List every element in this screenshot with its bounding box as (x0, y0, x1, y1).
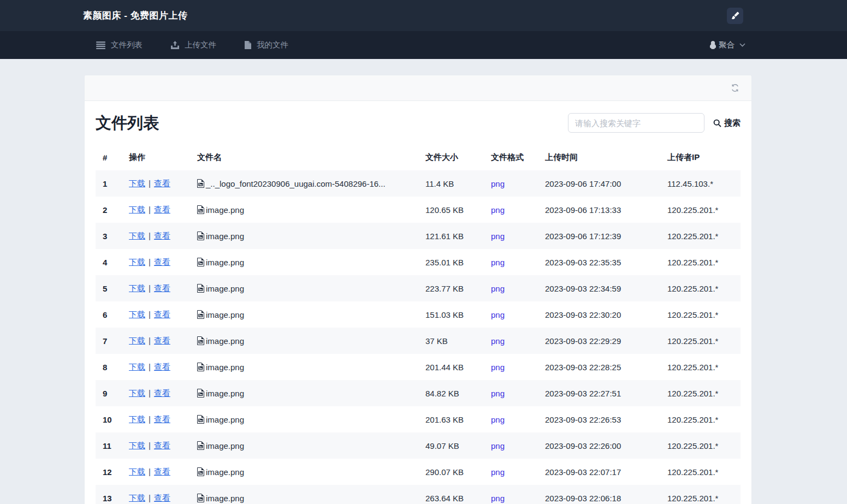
table-row: 10 下载|查看 image.png 201.63 KB png (96, 406, 741, 432)
download-link[interactable]: 下载 (129, 257, 145, 266)
view-link[interactable]: 查看 (154, 179, 170, 188)
table-row: 13 下载|查看 image.png 263.64 KB png (96, 485, 741, 504)
refresh-button[interactable] (731, 84, 739, 92)
upload-time-cell: 2023-09-03 22:34:59 (545, 275, 667, 301)
view-link[interactable]: 查看 (154, 441, 170, 450)
uploader-ip-cell: 120.225.201.* (667, 197, 741, 223)
filesize-cell: 120.65 KB (425, 197, 491, 223)
nav-tab-my-files[interactable]: 我的文件 (245, 40, 288, 50)
download-link[interactable]: 下载 (129, 179, 145, 188)
view-link[interactable]: 查看 (154, 283, 170, 293)
format-link[interactable]: png (491, 441, 505, 450)
action-separator: | (149, 441, 151, 450)
format-link[interactable]: png (491, 179, 505, 188)
row-index: 9 (96, 380, 129, 406)
table-row: 2 下载|查看 image.png 120.65 KB png (96, 197, 741, 223)
table-row: 3 下载|查看 image.png 121.61 KB png (96, 223, 741, 249)
format-link[interactable]: png (491, 310, 505, 319)
filename-cell: image.png (197, 223, 425, 249)
format-cell: png (491, 432, 545, 459)
view-link[interactable]: 查看 (154, 231, 170, 240)
table-row: 4 下载|查看 image.png 235.01 KB png (96, 249, 741, 275)
view-link[interactable]: 查看 (154, 205, 170, 214)
header-upload-time: 上传时间 (545, 147, 667, 170)
format-link[interactable]: png (491, 258, 505, 267)
download-link[interactable]: 下载 (129, 388, 145, 398)
action-separator: | (149, 205, 151, 214)
download-link[interactable]: 下载 (129, 467, 145, 476)
filesize-cell: 201.63 KB (425, 406, 491, 432)
format-link[interactable]: png (491, 336, 505, 346)
actions-cell: 下载|查看 (129, 223, 197, 249)
image-file-icon (197, 363, 204, 371)
uploader-ip-cell: 120.225.201.* (667, 354, 741, 380)
view-link[interactable]: 查看 (154, 257, 170, 266)
download-link[interactable]: 下载 (129, 283, 145, 293)
filename-text: image.png (206, 389, 244, 398)
download-link[interactable]: 下载 (129, 336, 145, 345)
header-filesize: 文件大小 (425, 147, 491, 170)
image-file-icon (197, 389, 204, 398)
actions-cell: 下载|查看 (129, 459, 197, 485)
nav-tab-file-list[interactable]: 文件列表 (96, 40, 143, 50)
uploader-ip-cell: 112.45.103.* (667, 170, 741, 197)
download-link[interactable]: 下载 (129, 310, 145, 319)
filesize-cell: 201.44 KB (425, 354, 491, 380)
navbar: 文件列表 上传文件 我的文件 聚合 (0, 31, 847, 59)
file-list-card: 文件列表 搜索 (85, 75, 751, 504)
nav-tab-upload[interactable]: 上传文件 (171, 40, 216, 50)
image-file-icon (197, 284, 204, 293)
search-input[interactable] (568, 113, 704, 133)
download-link[interactable]: 下载 (129, 441, 145, 450)
view-link[interactable]: 查看 (154, 310, 170, 319)
refresh-icon (731, 84, 739, 92)
upload-time-cell: 2023-09-03 22:30:20 (545, 301, 667, 328)
filename-text: _.._logo_font20230906_uugai.com-5408296-… (206, 179, 386, 188)
card-header-strip (85, 75, 751, 101)
search-button[interactable]: 搜索 (713, 118, 741, 128)
view-link[interactable]: 查看 (154, 467, 170, 476)
view-link[interactable]: 查看 (154, 362, 170, 371)
format-cell: png (491, 328, 545, 354)
table-row: 1 下载|查看 _.._logo_font20230906_uugai.com-… (96, 170, 741, 197)
download-link[interactable]: 下载 (129, 493, 145, 502)
image-file-icon (197, 336, 204, 345)
row-index: 11 (96, 432, 129, 459)
filename-text: image.png (206, 284, 244, 293)
download-link[interactable]: 下载 (129, 362, 145, 371)
filesize-cell: 151.03 KB (425, 301, 491, 328)
search-area: 搜索 (568, 113, 741, 133)
header-row: # 操作 文件名 文件大小 文件格式 上传时间 上传者IP (96, 147, 741, 170)
format-link[interactable]: png (491, 467, 505, 477)
download-link[interactable]: 下载 (129, 414, 145, 424)
format-link[interactable]: png (491, 494, 505, 503)
format-link[interactable]: png (491, 232, 505, 241)
image-file-icon (197, 415, 204, 424)
view-link[interactable]: 查看 (154, 336, 170, 345)
filename-cell: image.png (197, 275, 425, 301)
view-link[interactable]: 查看 (154, 414, 170, 424)
table-row: 11 下载|查看 image.png 49.07 KB png (96, 432, 741, 459)
format-link[interactable]: png (491, 363, 505, 372)
filename-cell: image.png (197, 459, 425, 485)
uploader-ip-cell: 120.225.201.* (667, 301, 741, 328)
row-index: 12 (96, 459, 129, 485)
format-link[interactable]: png (491, 205, 505, 215)
download-link[interactable]: 下载 (129, 231, 145, 240)
view-link[interactable]: 查看 (154, 493, 170, 502)
format-link[interactable]: png (491, 415, 505, 424)
theme-button[interactable] (727, 8, 743, 24)
filename-cell: image.png (197, 432, 425, 459)
view-link[interactable]: 查看 (154, 388, 170, 398)
uploader-ip-cell: 120.225.201.* (667, 223, 741, 249)
upload-time-cell: 2023-09-03 22:07:17 (545, 459, 667, 485)
actions-cell: 下载|查看 (129, 249, 197, 275)
user-menu[interactable]: 聚合 (709, 40, 745, 50)
image-file-icon (197, 205, 204, 214)
table-row: 5 下载|查看 image.png 223.77 KB png (96, 275, 741, 301)
image-file-icon (197, 258, 204, 266)
download-link[interactable]: 下载 (129, 205, 145, 214)
format-link[interactable]: png (491, 284, 505, 293)
format-link[interactable]: png (491, 389, 505, 398)
row-index: 8 (96, 354, 129, 380)
